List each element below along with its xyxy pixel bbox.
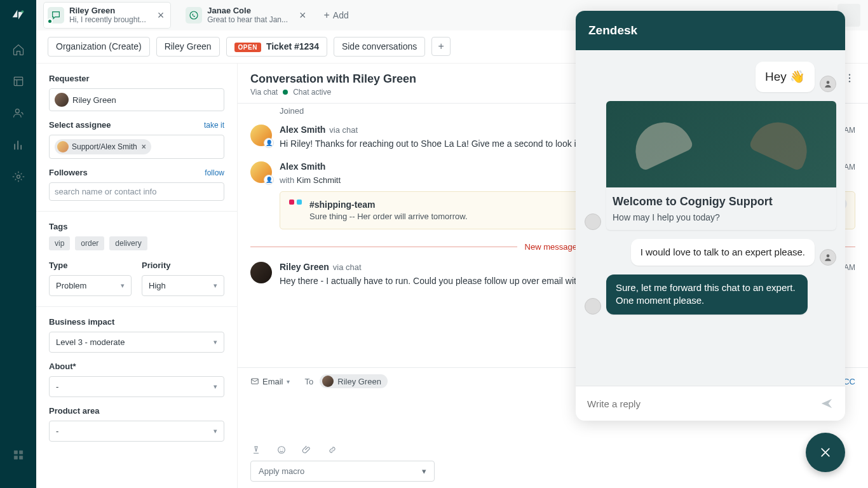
product-area-select[interactable]: -▾: [49, 421, 224, 442]
take-it-link[interactable]: take it: [204, 121, 224, 130]
svg-rect-8: [252, 379, 259, 384]
tab-riley-green[interactable]: Riley GreenHi, I recently brought... ×: [44, 3, 170, 28]
tags-label: Tags: [49, 222, 224, 231]
widget-welcome-card: Welcome to Cognigy Support How may I hel…: [606, 101, 836, 230]
avatar: [250, 262, 272, 283]
bot-avatar: [585, 214, 601, 230]
chevron-down-icon: ▾: [121, 281, 125, 290]
cc-link[interactable]: CC: [843, 377, 855, 386]
nav-admin-icon[interactable]: [8, 166, 29, 187]
card-image: [606, 101, 836, 187]
agent-badge-icon: 👤: [264, 138, 274, 148]
close-icon[interactable]: ×: [158, 10, 165, 21]
svg-point-10: [827, 81, 830, 84]
attachment-icon[interactable]: [301, 444, 313, 456]
assignee-field[interactable]: Support/Alex Smith×: [49, 135, 224, 159]
svg-point-11: [827, 254, 830, 257]
widget-text-input[interactable]: [587, 398, 813, 409]
requester-label: Requester: [49, 74, 224, 83]
link-icon[interactable]: [327, 444, 338, 456]
remove-icon[interactable]: ×: [142, 142, 146, 151]
requester-field[interactable]: Riley Green: [49, 88, 224, 111]
emoji-icon[interactable]: [276, 444, 287, 456]
chevron-down-icon: ▾: [214, 427, 217, 435]
widget-message: Sure, let me forward this chat to an exp…: [606, 274, 808, 315]
whatsapp-icon: [186, 7, 202, 24]
bot-avatar: [585, 298, 601, 315]
widget-message: Hey 👋: [756, 62, 815, 92]
svg-rect-0: [14, 77, 22, 85]
user-avatar: [820, 76, 836, 92]
widget-message: I would love to talk to an expert please…: [631, 239, 815, 266]
svg-point-6: [849, 78, 850, 79]
type-select[interactable]: Problem▾: [49, 275, 132, 296]
conversation-title: Conversation with Riley Green: [250, 72, 416, 86]
chevron-down-icon: ▾: [422, 466, 426, 476]
user-avatar: [820, 249, 836, 266]
svg-point-3: [190, 11, 198, 19]
chevron-down-icon: ▾: [214, 383, 217, 391]
widget-header: Zendesk: [576, 11, 845, 50]
ticket-sidebar: Requester Riley Green Select assigneetak…: [36, 64, 238, 488]
slack-icon: [289, 200, 302, 212]
svg-point-9: [278, 447, 285, 454]
chat-icon: [48, 7, 64, 24]
chevron-down-icon: ▾: [214, 338, 217, 346]
add-tab[interactable]: +Add: [324, 10, 349, 21]
chevron-down-icon: ▾: [214, 281, 217, 290]
followers-label: Followersfollow: [49, 168, 224, 177]
business-impact-select[interactable]: Level 3 - moderate▾: [49, 332, 224, 353]
more-icon[interactable]: [844, 72, 855, 84]
nav-views-icon[interactable]: [8, 71, 29, 92]
followers-input[interactable]: search name or contact info: [49, 182, 224, 201]
send-icon[interactable]: [820, 396, 834, 410]
crumb-side-conversations[interactable]: Side conversations: [334, 37, 425, 57]
nav-rail: [0, 0, 36, 488]
apply-macro-select[interactable]: Apply macro▾: [250, 461, 435, 482]
priority-select[interactable]: High▾: [142, 275, 224, 296]
zendesk-logo[interactable]: [11, 8, 25, 22]
agent-badge-icon: 👤: [264, 175, 274, 185]
nav-home-icon[interactable]: [8, 39, 29, 60]
chat-widget: Zendesk Hey 👋 Welcome to Cognigy Support…: [576, 11, 845, 421]
channel-email-select[interactable]: Email▾: [250, 377, 290, 386]
text-format-icon[interactable]: [250, 444, 262, 456]
assignee-label: Select assigneetake it: [49, 120, 224, 130]
status-dot: [283, 90, 288, 95]
follow-link[interactable]: follow: [205, 168, 224, 177]
avatar: [322, 376, 334, 387]
add-side-conversation-button[interactable]: +: [431, 37, 451, 56]
svg-point-7: [849, 81, 850, 82]
svg-point-1: [15, 109, 19, 113]
crumb-org[interactable]: Organization (Create): [48, 37, 150, 57]
avatar: [55, 93, 69, 107]
recipient-chip[interactable]: Riley Green: [320, 374, 388, 388]
close-icon[interactable]: ×: [299, 10, 306, 21]
nav-reporting-icon[interactable]: [8, 135, 29, 155]
avatar: 👤: [250, 161, 272, 183]
widget-close-button[interactable]: [806, 433, 845, 472]
tab-janae-cole[interactable]: Janae ColeGreat to hear that Jan... ×: [182, 3, 312, 28]
svg-point-5: [849, 74, 850, 76]
svg-point-2: [17, 175, 20, 179]
avatar: 👤: [250, 125, 272, 146]
widget-input[interactable]: [576, 386, 845, 421]
crumb-ticket[interactable]: OPENTicket #1234: [226, 37, 327, 57]
crumb-user[interactable]: Riley Green: [156, 37, 220, 57]
about-select[interactable]: -▾: [49, 376, 224, 397]
nav-customers-icon[interactable]: [8, 103, 29, 123]
tags-field[interactable]: vip order delivery: [49, 236, 224, 250]
avatar: [57, 141, 69, 152]
nav-products-icon[interactable]: [8, 445, 29, 465]
